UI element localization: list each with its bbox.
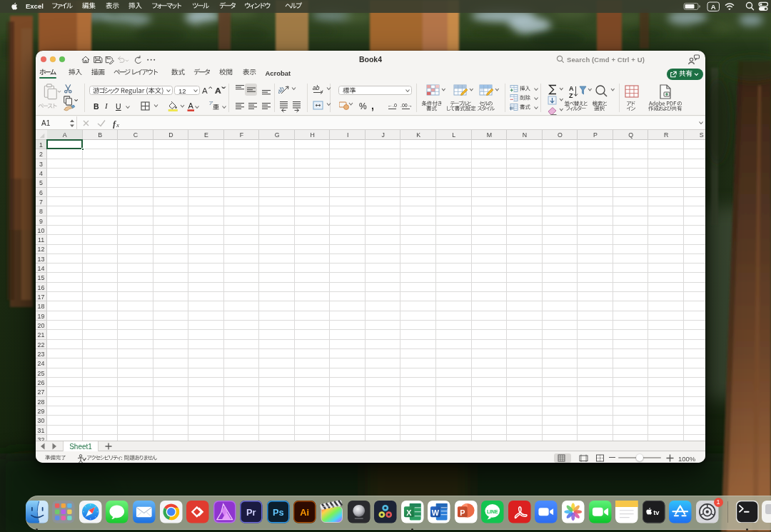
svg-text:A: A [569,85,574,92]
svg-text:X: X [406,508,412,516]
svg-text:ab: ab [313,84,320,91]
svg-text:,: , [371,100,374,111]
svg-text:←.0: ←.0 [388,103,397,108]
svg-text:x: x [116,121,119,128]
svg-text:W: W [432,508,440,516]
svg-text:Ps: Ps [273,507,284,518]
svg-text:Pr: Pr [246,507,256,518]
svg-text:LINE: LINE [487,508,498,513]
svg-text:%: % [359,101,367,111]
svg-text:Z: Z [569,92,573,99]
svg-text:A: A [202,86,208,95]
svg-text:A: A [215,86,221,95]
svg-text:A: A [711,3,716,11]
svg-text:tv: tv [653,508,660,516]
svg-text:A: A [188,101,194,110]
svg-text:Ai: Ai [301,507,310,518]
svg-text:.00→: .00→ [400,103,413,108]
svg-text:P: P [460,508,465,516]
